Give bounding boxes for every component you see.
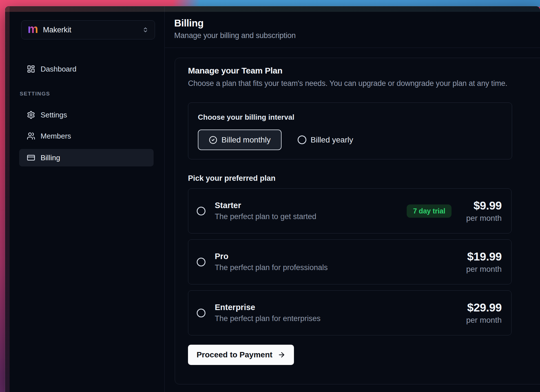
makerkit-logo-icon: m	[28, 23, 38, 35]
plan-name: Pro	[215, 252, 328, 261]
plan-price: $9.99	[466, 199, 502, 212]
page-title: Billing	[174, 17, 540, 29]
proceed-to-payment-label: Proceed to Payment	[196, 350, 272, 359]
plan-period: per month	[466, 265, 502, 274]
plan-name: Starter	[215, 201, 316, 210]
gear-icon	[27, 111, 35, 119]
sidebar-item-label: Dashboard	[41, 65, 76, 74]
billed-yearly-option[interactable]: Billed yearly	[298, 135, 353, 144]
plan-period: per month	[466, 316, 502, 325]
billing-interval-box: Choose your billing interval Billed mont…	[188, 103, 512, 159]
sidebar-item-label: Settings	[41, 111, 67, 119]
plan-price: $29.99	[466, 301, 502, 314]
page-subtitle: Manage your billing and subscription	[174, 31, 540, 40]
billing-interval-options: Billed monthly Billed yearly	[198, 130, 502, 150]
billed-yearly-label: Billed yearly	[311, 135, 353, 144]
plan-row-pro[interactable]: Pro The perfect plan for professionals $…	[188, 239, 512, 284]
sidebar-item-label: Billing	[41, 153, 60, 162]
sidebar-item-dashboard[interactable]: Dashboard	[19, 60, 154, 78]
page-header: Billing Manage your billing and subscrip…	[165, 6, 540, 48]
dashboard-icon	[27, 65, 35, 73]
plan-description: The perfect plan for enterprises	[215, 314, 320, 323]
card-description: Choose a plan that fits your team's need…	[188, 79, 536, 88]
plan-row-enterprise[interactable]: Enterprise The perfect plan for enterpri…	[188, 290, 512, 335]
sidebar-item-members[interactable]: Members	[19, 127, 154, 145]
sidebar-item-label: Members	[41, 132, 71, 141]
plan-description: The perfect plan for professionals	[215, 263, 328, 272]
app-window: m Makerkit Dashboard SETTINGS Settings M…	[5, 6, 540, 392]
workspace-selector[interactable]: m Makerkit	[21, 20, 155, 39]
radio-circle-icon[interactable]	[197, 309, 205, 317]
trial-badge: 7 day trial	[407, 204, 452, 218]
users-icon	[27, 132, 35, 140]
arrow-right-icon	[278, 351, 286, 359]
billed-monthly-option[interactable]: Billed monthly	[198, 130, 282, 150]
card-title: Manage your Team Plan	[188, 66, 536, 75]
plan-list: Starter The perfect plan to get started …	[188, 188, 536, 335]
billing-interval-label: Choose your billing interval	[198, 113, 502, 122]
chevrons-up-down-icon	[142, 27, 149, 33]
radio-circle-icon	[298, 135, 306, 144]
plan-period: per month	[466, 214, 502, 223]
plan-name: Enterprise	[215, 303, 320, 312]
plans-label: Pick your preferred plan	[188, 174, 536, 183]
workspace-name: Makerkit	[43, 26, 71, 34]
team-plan-card: Manage your Team Plan Choose a plan that…	[175, 58, 540, 384]
plan-price: $19.99	[466, 250, 502, 263]
plan-row-starter[interactable]: Starter The perfect plan to get started …	[188, 188, 512, 233]
plan-description: The perfect plan to get started	[215, 212, 316, 221]
billed-monthly-label: Billed monthly	[222, 135, 271, 144]
radio-circle-icon[interactable]	[197, 258, 205, 266]
sidebar-item-billing[interactable]: Billing	[19, 149, 154, 166]
sidebar-section-settings: SETTINGS	[20, 91, 132, 97]
proceed-to-payment-button[interactable]: Proceed to Payment	[188, 345, 294, 365]
sidebar: m Makerkit Dashboard SETTINGS Settings M…	[5, 6, 165, 392]
desktop-wallpaper	[0, 0, 540, 7]
sidebar-item-settings[interactable]: Settings	[19, 106, 154, 124]
main-content: Billing Manage your billing and subscrip…	[165, 6, 540, 392]
circle-check-icon	[209, 136, 217, 144]
credit-card-icon	[27, 153, 35, 162]
radio-circle-icon[interactable]	[197, 207, 205, 215]
